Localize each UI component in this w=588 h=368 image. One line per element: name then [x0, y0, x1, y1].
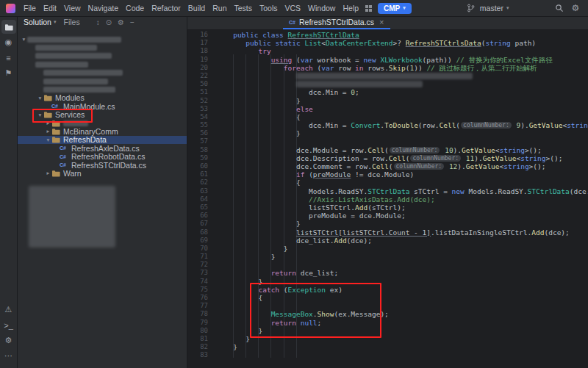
code-line[interactable]: 18 try — [187, 47, 588, 55]
code-line[interactable]: 56 } — [187, 129, 588, 137]
code-line[interactable]: 51 dce.Min = 0; — [187, 88, 588, 96]
code-line[interactable]: 69 dce_list.Add(dce); — [187, 237, 588, 245]
code-line[interactable]: 75 catch (Exception ex) — [187, 286, 588, 294]
more-icon[interactable]: ⋯ — [1, 349, 16, 363]
chevron-down-icon[interactable]: ▾ — [45, 136, 51, 144]
code-line[interactable]: 70 } — [187, 245, 588, 253]
terminal-icon[interactable]: >_ — [1, 318, 16, 332]
chevron-down-icon[interactable]: ▾ — [37, 111, 43, 119]
editor-tab-refreshstctrldata[interactable]: C# RefreshSTCtrlData.cs × — [283, 16, 390, 29]
settings-icon[interactable]: ⚙ — [569, 1, 582, 15]
menu-build[interactable]: Build — [184, 4, 209, 12]
tree-item-warn[interactable]: ▸Warn — [18, 169, 187, 177]
code-line[interactable]: 59 dce.Description = row.Cell(columnNumb… — [187, 154, 588, 162]
menu-run[interactable]: Run — [209, 4, 230, 12]
tree-item-services[interactable]: ▾Services — [18, 111, 187, 119]
code-line[interactable]: 73 return dce_list; — [187, 269, 588, 277]
chevron-right-icon[interactable]: ▸ — [45, 169, 51, 177]
code-line[interactable]: 58 dce.Module = row.Cell(columnNumber: 1… — [187, 146, 588, 154]
tree-item-redacted[interactable]: ▸ — [18, 119, 187, 127]
problems-icon[interactable]: ⚠ — [1, 303, 16, 317]
code-line[interactable]: 71 } — [187, 253, 588, 261]
code-line[interactable]: 54 { — [187, 113, 588, 121]
code-line[interactable]: 57 — [187, 137, 588, 145]
code-line[interactable]: 77 — [187, 302, 588, 310]
tree-item-refreshaxledata-cs[interactable]: C#RefreshAxleData.cs — [18, 144, 187, 152]
tree-item-redacted[interactable] — [18, 52, 187, 60]
code-line[interactable]: 17 public static List<DataCenterExtend>?… — [187, 39, 588, 47]
code-line[interactable]: 50 — [187, 80, 588, 88]
code-line[interactable]: 81 } — [187, 335, 588, 343]
chevron-right-icon[interactable]: ▸ — [45, 127, 51, 135]
structure-icon[interactable]: ≡ — [1, 51, 16, 65]
code-line[interactable]: 55 dce.Min = Convert.ToDouble(row.Cell(c… — [187, 121, 588, 129]
menu-file[interactable]: File — [20, 4, 40, 12]
menu-tools[interactable]: Tools — [256, 4, 282, 12]
tree-item-redacted[interactable] — [18, 85, 187, 93]
tree-item-redacted[interactable] — [18, 77, 187, 85]
menu-edit[interactable]: Edit — [40, 4, 60, 12]
menu-vcs[interactable]: VCS — [282, 4, 305, 12]
vcs-branch-widget[interactable]: master ▾ — [465, 4, 509, 12]
chevron-down-icon[interactable]: ▾ — [37, 94, 43, 102]
tree-item-mcbinarycomm[interactable]: ▸McBinaryComm — [18, 127, 187, 135]
commit-icon[interactable]: ◉ — [1, 35, 16, 49]
tree-item-redacted[interactable]: ▾ — [18, 35, 187, 43]
menu-window[interactable]: Window — [304, 4, 339, 12]
search-icon[interactable] — [553, 1, 566, 15]
code-line[interactable]: 52 } — [187, 97, 588, 105]
code-line[interactable]: 53 else — [187, 105, 588, 113]
menu-view[interactable]: View — [60, 4, 85, 12]
chevron-right-icon[interactable]: ▸ — [45, 119, 51, 127]
code-line[interactable]: 62 { — [187, 178, 588, 187]
code-line[interactable]: 76 { — [187, 294, 588, 302]
bookmarks-icon[interactable]: ⚑ — [1, 66, 16, 80]
code-line[interactable]: 22 — [187, 72, 588, 80]
menu-navigate[interactable]: Navigate — [85, 4, 122, 12]
code-line[interactable]: 82 } — [187, 343, 588, 351]
tree-item-refreshstctrldata-cs[interactable]: C#RefreshSTCtrlData.cs — [18, 161, 187, 169]
menu-refactor[interactable]: Refactor — [148, 4, 184, 12]
code-line[interactable]: 20 foreach (var row in rows.Skip(1)) // … — [187, 64, 588, 72]
code-editor[interactable]: 16 public class RefreshSTCtrlData17 publ… — [187, 29, 588, 368]
close-icon[interactable]: × — [379, 18, 384, 26]
tree-item-redacted[interactable] — [18, 69, 187, 77]
settings-icon[interactable]: ⚙ — [118, 18, 124, 26]
tree-item-redacted[interactable] — [18, 60, 187, 68]
code-line[interactable]: 16 public class RefreshSTCtrlData — [187, 31, 588, 39]
code-line[interactable]: 61 if (preModule != dce.Module) — [187, 170, 588, 178]
code-line[interactable]: 65 listSTCtrl.Add(sTCtrl); — [187, 203, 588, 212]
tab-solution[interactable]: Solution ▾ — [24, 18, 56, 26]
project-widget[interactable]: CMP ▾ — [378, 3, 412, 14]
code-line[interactable]: 78 MessageBox.Show(ex.Message); — [187, 310, 588, 318]
code-line[interactable]: 67 } — [187, 220, 588, 228]
code-line[interactable]: 64 //Axis.ListAxisDatas.Add(dce); — [187, 195, 588, 203]
code-line[interactable]: 72 — [187, 261, 588, 269]
chevron-down-icon[interactable]: ▾ — [21, 35, 27, 43]
menu-tests[interactable]: Tests — [230, 4, 256, 12]
code-line[interactable]: 80 } — [187, 327, 588, 335]
tree-item-modules[interactable]: ▾Modules — [18, 94, 187, 102]
code-line[interactable]: 74 } — [187, 278, 588, 286]
code-line[interactable]: 60 dce.Comment = row.Cell(columnNumber: … — [187, 162, 588, 170]
project-icon[interactable] — [1, 20, 16, 34]
hide-icon[interactable]: − — [130, 18, 135, 26]
code-line[interactable]: 83 — [187, 351, 588, 359]
tree-item-redacted[interactable] — [18, 186, 187, 248]
code-line[interactable]: 66 preModule = dce.Module; — [187, 212, 588, 220]
swap-icon[interactable]: ↕ — [96, 18, 100, 26]
services-icon[interactable]: ⚙ — [1, 333, 16, 347]
code-line[interactable]: 68 listSTCtrl[listSTCtrl.Count - 1].list… — [187, 228, 588, 237]
window-grid-icon[interactable] — [365, 4, 373, 12]
locate-icon[interactable]: ⊙ — [106, 18, 112, 26]
code-line[interactable]: 63 Models.ReadSY.STCtrlData sTCtrl = new… — [187, 187, 588, 195]
code-line[interactable]: 79 return null; — [187, 319, 588, 327]
tree-item-mainmodule-cs[interactable]: C#MainModule.cs — [18, 102, 187, 110]
menu-code[interactable]: Code — [122, 4, 148, 12]
code-line[interactable]: 19 using (var workbook = new XLWorkbook(… — [187, 56, 588, 64]
menu-help[interactable]: Help — [339, 4, 362, 12]
tab-files[interactable]: Files — [63, 18, 79, 26]
tree-item-refreshrobotdata-cs[interactable]: C#RefreshRobotData.cs — [18, 152, 187, 160]
tree-item-redacted[interactable] — [18, 43, 187, 51]
tree-item-refreshdata[interactable]: ▾RefreshData — [18, 136, 187, 144]
